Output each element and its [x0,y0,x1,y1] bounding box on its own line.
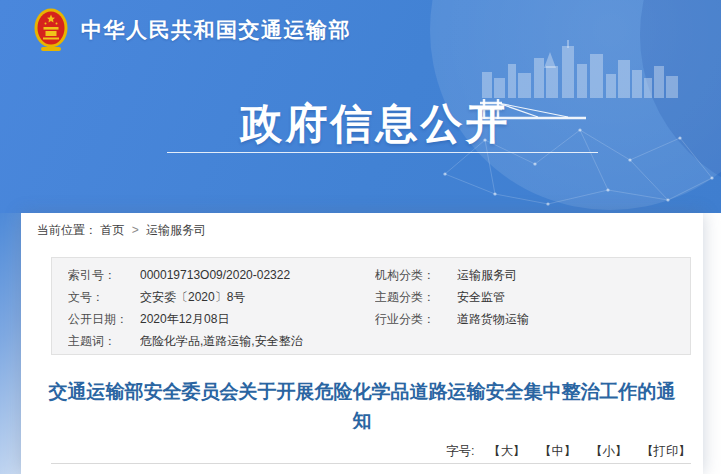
meta-label: 公开日期： [68,308,140,330]
meta-value: 000019713O09/2020-02322 [140,264,375,286]
meta-value: 运输服务司 [457,264,690,286]
table-row: 索引号： 000019713O09/2020-02322 机构分类： 运输服务司 [52,264,690,286]
meta-label: 索引号： [68,264,140,286]
font-large-button[interactable]: 【大】 [488,444,526,458]
breadcrumb: 当前位置： 首页 > 运输服务司 [37,220,206,240]
org-name: 中华人民共和国交通运输部 [81,16,351,44]
breadcrumb-section-link[interactable]: 运输服务司 [146,223,206,237]
meta-value: 2020年12月08日 [140,308,375,330]
city-skyline-graphic [482,38,682,98]
meta-value: 交安委〔2020〕8号 [140,286,375,308]
meta-label [375,330,457,352]
font-medium-button[interactable]: 【中】 [539,444,577,458]
meta-label: 机构分类： [375,264,457,286]
table-row: 文号： 交安委〔2020〕8号 主题分类： 安全监管 [52,286,690,308]
meta-label: 文号： [68,286,140,308]
font-small-button[interactable]: 【小】 [590,444,628,458]
font-size-label: 字号: [446,444,474,458]
meta-value: 道路货物运输 [457,308,690,330]
page-title: 政府信息公开 [30,96,721,152]
meta-table: 索引号： 000019713O09/2020-02322 机构分类： 运输服务司… [51,257,691,355]
national-emblem-icon [33,8,69,52]
meta-label: 主题词： [68,330,140,352]
font-size-toolbar: 字号: 【大】 【中】 【小】 【打印】 [446,442,691,460]
breadcrumb-separator: > [128,223,143,237]
breadcrumb-home-link[interactable]: 首页 [100,223,124,237]
bottom-divider [51,463,691,464]
content-panel: 当前位置： 首页 > 运输服务司 索引号： 000019713O09/2020-… [21,213,703,474]
site-brand[interactable]: 中华人民共和国交通运输部 [33,7,351,53]
meta-value: 安全监管 [457,286,690,308]
meta-value: 危险化学品,道路运输,安全整治 [140,330,375,352]
table-row: 主题词： 危险化学品,道路运输,安全整治 [52,330,690,352]
meta-label: 行业分类： [375,308,457,330]
meta-label: 主题分类： [375,286,457,308]
table-row: 公开日期： 2020年12月08日 行业分类： 道路货物运输 [52,308,690,330]
header-banner: 中华人民共和国交通运输部 政府信息公开 [0,0,721,213]
meta-value [457,330,690,352]
breadcrumb-label: 当前位置： [37,223,97,237]
print-button[interactable]: 【打印】 [641,444,691,458]
title-underline [167,152,598,153]
document-title: 交通运输部安全委员会关于开展危险化学品道路运输安全集中整治工作的通知 [42,377,682,435]
